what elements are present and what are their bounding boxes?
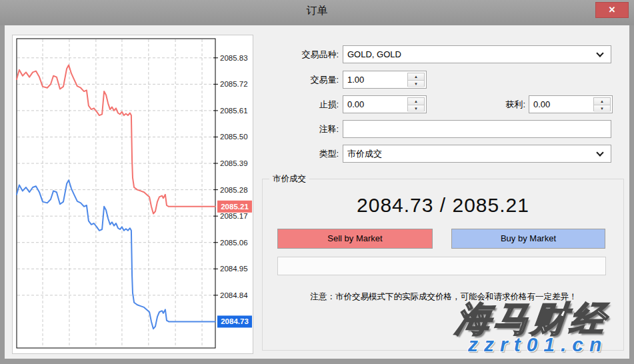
market-execution-group: 市价成交 2084.73 / 2085.21 Sell by Market Bu… xyxy=(262,179,624,351)
chevron-down-icon xyxy=(596,149,603,156)
sell-by-market-button[interactable]: Sell by Market xyxy=(277,229,433,249)
group-title: 市价成交 xyxy=(269,173,309,185)
spin-up-icon[interactable]: ▲ xyxy=(408,98,424,105)
buy-button-label: Buy by Market xyxy=(501,233,556,243)
execution-progress-bar xyxy=(277,257,606,275)
take-profit-label: 获利: xyxy=(445,95,525,113)
close-button[interactable]: ✕ xyxy=(595,2,629,18)
y-axis-label: 2085.83 xyxy=(220,54,248,62)
chevron-down-icon xyxy=(596,49,603,57)
stop-loss-stepper[interactable]: ▲ ▼ xyxy=(407,97,425,111)
order-type-combobox[interactable]: 市价成交 xyxy=(343,145,611,163)
y-axis-label: 2085.28 xyxy=(220,186,248,194)
y-axis-label: 2085.06 xyxy=(220,239,248,247)
spin-up-icon[interactable]: ▲ xyxy=(408,73,424,81)
y-axis-label: 2085.61 xyxy=(220,107,248,115)
spin-down-icon[interactable]: ▼ xyxy=(594,105,610,112)
volume-field: ▲ ▼ xyxy=(343,71,427,89)
spin-up-icon[interactable]: ▲ xyxy=(594,98,610,105)
plot-border xyxy=(17,39,215,348)
symbol-label: 交易品种: xyxy=(258,45,339,63)
y-axis-label: 2085.72 xyxy=(220,80,248,88)
stop-loss-field: ▲ ▼ xyxy=(343,95,427,113)
y-axis-label: 2085.39 xyxy=(220,159,248,167)
title-bar: 订单 ✕ xyxy=(0,0,634,25)
dialog-content: 2085.832085.722085.612085.502085.392085.… xyxy=(5,25,629,359)
comment-field xyxy=(343,120,611,138)
close-icon: ✕ xyxy=(609,5,616,15)
y-axis-label: 2084.95 xyxy=(220,265,248,273)
take-profit-stepper[interactable]: ▲ ▼ xyxy=(593,97,611,111)
bid-badge-label: 2084.73 xyxy=(221,317,249,325)
tick-chart-panel: 2085.832085.722085.612085.502085.392085.… xyxy=(12,35,253,354)
spin-down-icon[interactable]: ▼ xyxy=(408,105,424,112)
volume-label: 交易量: xyxy=(258,71,339,89)
sell-button-label: Sell by Market xyxy=(327,233,382,243)
take-profit-field: ▲ ▼ xyxy=(529,95,613,113)
comment-input[interactable] xyxy=(343,121,611,137)
y-axis-label: 2084.84 xyxy=(220,291,248,299)
tick-chart-canvas: 2085.832085.722085.612085.502085.392085.… xyxy=(13,35,253,353)
comment-label: 注释: xyxy=(258,120,339,138)
y-axis-label: 2085.50 xyxy=(220,133,248,141)
market-notice-text: 注意：市价交易模式下的实际成交价格，可能会和请求价格有一定差异！ xyxy=(268,291,619,303)
bid-ask-quote: 2084.73 / 2085.21 xyxy=(263,194,623,217)
order-dialog: 订单 ✕ 2085.832085.722085.612085.502085.39… xyxy=(0,0,634,364)
symbol-combobox[interactable]: GOLD, GOLD xyxy=(343,45,611,63)
order-type-value: 市价成交 xyxy=(343,148,597,160)
dialog-title: 订单 xyxy=(0,0,634,21)
spin-down-icon[interactable]: ▼ xyxy=(408,81,424,87)
buy-by-market-button[interactable]: Buy by Market xyxy=(451,229,605,249)
y-axis-label: 2085.17 xyxy=(220,212,248,220)
ask-badge-label: 2085.21 xyxy=(221,203,249,211)
volume-stepper[interactable]: ▲ ▼ xyxy=(407,73,425,87)
symbol-value: GOLD, GOLD xyxy=(343,49,597,59)
order-type-label: 类型: xyxy=(258,145,339,163)
stop-loss-label: 止损: xyxy=(258,95,339,113)
